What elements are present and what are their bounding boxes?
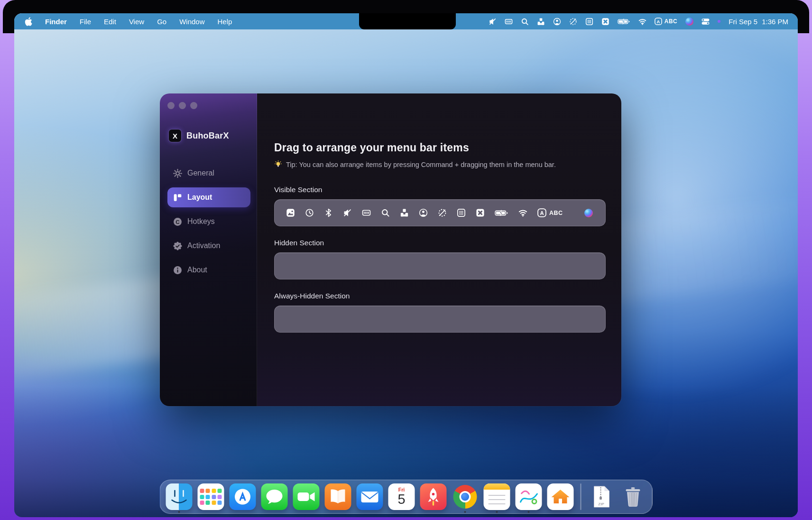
calendar-day: 5 xyxy=(388,492,415,507)
airdrop-off-icon[interactable] xyxy=(438,208,447,217)
scanner-icon[interactable] xyxy=(505,18,513,26)
dock-item-messages[interactable] xyxy=(261,483,288,510)
menu-bar-status: A ABC Fri Sep 5 1:36 PM xyxy=(489,18,788,26)
sidebar-item-label: Hotkeys xyxy=(187,217,215,226)
home-icon xyxy=(547,483,574,510)
sidebar-item-activation[interactable]: Activation xyxy=(167,236,250,256)
battery-charging-icon[interactable] xyxy=(495,209,508,217)
history-icon[interactable] xyxy=(305,208,314,217)
checkmark-seal-icon xyxy=(173,241,182,251)
sidebar-item-label: Layout xyxy=(187,193,212,202)
wifi-icon[interactable] xyxy=(638,18,646,26)
input-source-item[interactable]: A ABC xyxy=(537,208,563,217)
chrome-icon xyxy=(452,483,479,510)
running-indicator xyxy=(178,511,180,513)
hidden-section-box[interactable] xyxy=(274,252,606,279)
input-source[interactable]: A ABC xyxy=(655,18,678,25)
buhobarx-menu-icon[interactable] xyxy=(601,18,609,26)
dock-item-notes[interactable] xyxy=(484,483,510,510)
dock-item-home[interactable] xyxy=(547,483,574,510)
person-circle-icon[interactable] xyxy=(419,208,428,217)
sidebar-item-hotkeys[interactable]: C Hotkeys xyxy=(167,212,250,232)
dock-item-chrome[interactable] xyxy=(452,483,479,510)
calendar-icon: Fri 5 xyxy=(388,483,415,510)
dock-item-zip-file[interactable]: ZIP xyxy=(588,483,615,510)
sidebar-item-label: Activation xyxy=(187,241,220,250)
app-title: BuhoBarX xyxy=(186,131,229,141)
apple-icon[interactable] xyxy=(25,17,32,26)
search-icon[interactable] xyxy=(521,18,529,26)
sidebar-item-layout[interactable]: Layout xyxy=(167,187,250,207)
airdrop-off-icon[interactable] xyxy=(569,18,577,26)
traffic-lights xyxy=(167,102,250,109)
page-title: Drag to arrange your menu bar items xyxy=(274,140,606,155)
svg-text:A: A xyxy=(656,19,660,24)
dock-item-trash[interactable] xyxy=(620,483,646,510)
menu-edit[interactable]: Edit xyxy=(104,18,116,26)
traffic-light-close[interactable] xyxy=(167,102,175,109)
rocket-icon xyxy=(420,483,447,510)
trash-icon xyxy=(620,483,646,510)
hub-icon[interactable] xyxy=(537,18,545,26)
speaker-mute-icon[interactable] xyxy=(489,18,497,26)
menu-go[interactable]: Go xyxy=(157,18,166,26)
keypad-icon[interactable] xyxy=(585,18,593,26)
control-center-icon[interactable] xyxy=(701,18,710,26)
layout-icon xyxy=(173,193,182,202)
app-identity: X BuhoBarX xyxy=(167,129,250,142)
dock: Fri 5 xyxy=(160,480,653,514)
running-indicator xyxy=(528,511,530,513)
sidebar-item-label: General xyxy=(187,169,214,177)
svg-text:C: C xyxy=(175,218,180,224)
sidebar-item-general[interactable]: General xyxy=(167,163,250,183)
siri-orb-icon[interactable] xyxy=(685,18,693,26)
messages-icon xyxy=(261,483,288,510)
marketing-frame: { "menubar": { "apple_icon": "apple-icon… xyxy=(0,0,812,520)
window-content: Drag to arrange your menu bar items Tip:… xyxy=(257,93,621,406)
buhobarx-window: X BuhoBarX General Layout C Hotkeys xyxy=(160,93,621,406)
widgets-grid-icon xyxy=(198,483,224,510)
dock-item-widgets-grid[interactable] xyxy=(198,483,224,510)
menu-file[interactable]: File xyxy=(80,18,91,26)
speaker-mute-icon[interactable] xyxy=(343,208,352,217)
dock-item-facetime[interactable] xyxy=(293,483,320,510)
search-icon[interactable] xyxy=(381,208,390,217)
person-circle-icon[interactable] xyxy=(553,18,561,26)
info-circle-icon xyxy=(173,266,182,275)
hub-icon[interactable] xyxy=(400,208,409,217)
always-hidden-section-box[interactable] xyxy=(274,306,606,333)
menu-bar-clock[interactable]: Fri Sep 5 1:36 PM xyxy=(729,18,788,26)
notes-icon xyxy=(484,483,510,510)
lightbulb-icon xyxy=(274,160,282,168)
menu-view[interactable]: View xyxy=(129,18,144,26)
dock-item-app-store[interactable] xyxy=(230,483,256,510)
battery-charging-icon[interactable] xyxy=(618,18,630,26)
photos-icon[interactable] xyxy=(286,208,295,217)
running-indicator xyxy=(464,511,466,513)
traffic-light-minimize[interactable] xyxy=(179,102,186,109)
dock-item-freeform[interactable] xyxy=(516,483,542,510)
facetime-icon xyxy=(293,483,320,510)
dock-item-mail[interactable] xyxy=(357,483,383,510)
visible-section-box[interactable]: A ABC xyxy=(274,199,606,226)
svg-text:A: A xyxy=(540,210,544,216)
dock-item-finder[interactable] xyxy=(166,483,193,510)
keypad-icon[interactable] xyxy=(457,208,466,217)
dock-item-calendar[interactable]: Fri 5 xyxy=(388,483,415,510)
menu-app-name[interactable]: Finder xyxy=(45,18,67,26)
bluetooth-icon[interactable] xyxy=(324,208,333,217)
siri-orb-icon[interactable] xyxy=(584,209,593,217)
scanner-icon[interactable] xyxy=(362,208,371,217)
input-a-icon: A xyxy=(655,18,662,25)
books-icon xyxy=(325,483,351,510)
dock-item-books[interactable] xyxy=(325,483,351,510)
hidden-section-label: Hidden Section xyxy=(274,239,606,247)
sidebar-item-about[interactable]: About xyxy=(167,260,250,280)
wifi-icon[interactable] xyxy=(518,208,527,217)
dock-item-rocket[interactable] xyxy=(420,483,447,510)
menu-help[interactable]: Help xyxy=(218,18,232,26)
traffic-light-zoom[interactable] xyxy=(190,102,197,109)
menu-window[interactable]: Window xyxy=(179,18,204,26)
visible-section-label: Visible Section xyxy=(274,186,606,194)
buhobarx-icon[interactable] xyxy=(476,208,485,217)
